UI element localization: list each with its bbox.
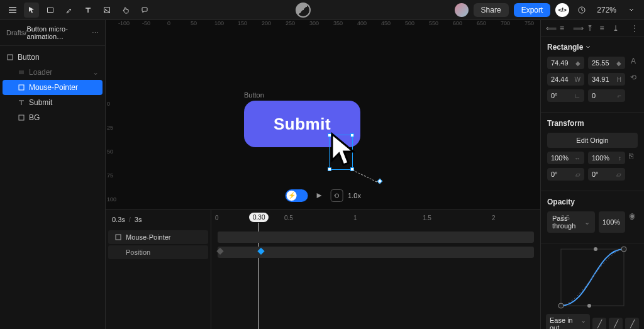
align-center-h-icon[interactable]: ≡ — [560, 24, 568, 33]
code-button[interactable]: </> — [555, 3, 569, 17]
breadcrumb-project: Button micro-animation… — [26, 25, 92, 40]
keyframe-icon[interactable]: ◆ — [575, 60, 580, 67]
edit-origin-button[interactable]: Edit Origin — [547, 133, 638, 148]
frame-icon — [6, 53, 14, 61]
align-top-icon[interactable]: ⤒ — [587, 24, 595, 33]
layer-label: Mouse-Pointer — [29, 83, 78, 92]
more-align-icon[interactable]: ⋮ — [631, 24, 639, 33]
timeline-layer-label: Mouse-Pointer — [126, 233, 171, 241]
easing-select[interactable]: Ease in out⌄ — [546, 314, 590, 329]
timeline-current[interactable]: 0.3s — [112, 216, 125, 223]
select-tool[interactable] — [24, 3, 39, 18]
x-field[interactable]: 74.49◆ — [547, 57, 584, 69]
angle-icon: ∟ — [574, 92, 580, 99]
layer-mouse-pointer[interactable]: Mouse-Pointer — [3, 80, 103, 95]
rectangle-tool[interactable] — [43, 3, 58, 18]
align-center-v-icon[interactable]: ≡ — [600, 24, 608, 33]
text-tool[interactable] — [80, 3, 96, 18]
svg-rect-5 — [19, 85, 24, 90]
rect-icon — [18, 114, 25, 121]
keyframe[interactable] — [216, 248, 223, 255]
timeline-total[interactable]: 3s — [135, 216, 142, 223]
autolayout-icon[interactable]: A — [629, 57, 638, 69]
timeline-prop-label: Position — [126, 248, 150, 256]
skew-y-field[interactable]: 0°▱ — [588, 168, 625, 181]
history-icon[interactable] — [574, 3, 589, 18]
submit-button-text: Submit — [274, 114, 331, 134]
scale-h-icon: ↔ — [574, 155, 580, 162]
timeline-property[interactable]: Position — [108, 245, 208, 259]
radius-icon: ⌐ — [618, 92, 621, 99]
w-field[interactable]: 24.44W — [547, 73, 584, 86]
visibility-icon[interactable]: ⌄ — [92, 68, 99, 77]
timeline-ruler[interactable]: 0 0.5 1 1.5 2 2.5 3 0.30 — [211, 210, 540, 229]
timeline-layer[interactable]: Mouse-Pointer — [108, 230, 208, 244]
breadcrumb[interactable]: Drafts / Button micro-animation… ⋯ — [0, 20, 105, 46]
svg-rect-4 — [8, 55, 13, 60]
timeline-track[interactable] — [218, 247, 534, 258]
svg-rect-7 — [116, 235, 121, 240]
radius-field[interactable]: 0⌐ — [588, 89, 625, 102]
zoom-chevron-icon[interactable] — [624, 3, 639, 18]
timeline-track[interactable] — [218, 231, 534, 243]
layer-bg[interactable]: BG — [0, 110, 105, 125]
keyframe-icon[interactable]: ◆ — [616, 60, 621, 67]
scale-y-field[interactable]: 100%↕ — [588, 152, 625, 164]
easing-curve-editor[interactable] — [543, 246, 641, 309]
ruler-horizontal: -100 -50 0 50 100 150 200 250 300 350 40… — [118, 20, 540, 31]
hand-tool[interactable] — [118, 3, 133, 18]
svg-rect-0 — [48, 8, 53, 12]
skew-x-field[interactable]: 0°▱ — [547, 168, 584, 181]
playback-speed[interactable]: 1.0x — [348, 192, 361, 199]
align-left-icon[interactable]: ⟸ — [546, 24, 555, 33]
zoom-level[interactable]: 272% — [594, 6, 619, 14]
rect-icon — [114, 233, 122, 241]
preview-toggle[interactable]: ⚡ — [285, 189, 308, 202]
play-button[interactable] — [313, 189, 325, 202]
skew-icon: ▱ — [616, 171, 621, 178]
svg-point-11 — [587, 304, 591, 308]
rotation-field[interactable]: 0°∟ — [547, 89, 584, 102]
align-right-icon[interactable]: ⟹ — [573, 24, 582, 33]
text-icon — [18, 99, 25, 106]
element-type[interactable]: Rectangle — [547, 43, 638, 52]
layer-label: Submit — [29, 98, 52, 107]
ease-preset-1[interactable]: ╱ — [592, 318, 606, 329]
blend-mode-select[interactable]: Pass through⌄ — [547, 211, 595, 233]
layer-label: BG — [29, 113, 40, 122]
ease-preset-2[interactable]: ╱ — [609, 318, 623, 329]
svg-rect-6 — [19, 115, 24, 120]
loop-button[interactable] — [330, 189, 343, 202]
ease-preset-3[interactable]: ╱ — [625, 318, 639, 329]
group-icon — [18, 69, 25, 76]
layer-loader[interactable]: Loader ⌄ — [0, 65, 105, 80]
opacity-title: Opacity — [547, 198, 638, 206]
transform-title: Transform — [547, 119, 638, 128]
layer-button[interactable]: Button — [0, 50, 105, 65]
link-icon[interactable]: ⟲ — [629, 73, 638, 86]
menu-button[interactable] — [5, 3, 20, 18]
comment-tool[interactable] — [137, 3, 152, 18]
layer-submit[interactable]: Submit — [0, 95, 105, 110]
motion-path — [353, 170, 380, 184]
image-tool[interactable] — [99, 3, 114, 18]
h-field[interactable]: 34.91H — [588, 73, 625, 86]
bolt-icon: ⚡ — [288, 192, 296, 199]
svg-point-12 — [594, 247, 597, 251]
avatar[interactable] — [455, 3, 469, 17]
mouse-pointer-shape[interactable] — [330, 132, 355, 170]
theme-toggle[interactable] — [296, 3, 311, 18]
scale-x-field[interactable]: 100%↔ — [547, 152, 584, 164]
share-button[interactable]: Share — [474, 3, 509, 17]
scale-v-icon: ↕ — [618, 155, 621, 162]
align-bottom-icon[interactable]: ⤓ — [613, 24, 621, 33]
opacity-field[interactable]: 100% — [599, 211, 625, 233]
keyframe[interactable] — [257, 248, 264, 255]
breadcrumb-root: Drafts — [6, 29, 25, 36]
playhead-badge[interactable]: 0.30 — [249, 213, 269, 222]
frame-label[interactable]: Button — [244, 91, 264, 99]
y-field[interactable]: 25.55◆ — [588, 57, 625, 69]
link-icon[interactable]: ⎘ — [629, 152, 638, 164]
pen-tool[interactable] — [62, 3, 77, 18]
export-button[interactable]: Export — [514, 3, 551, 17]
